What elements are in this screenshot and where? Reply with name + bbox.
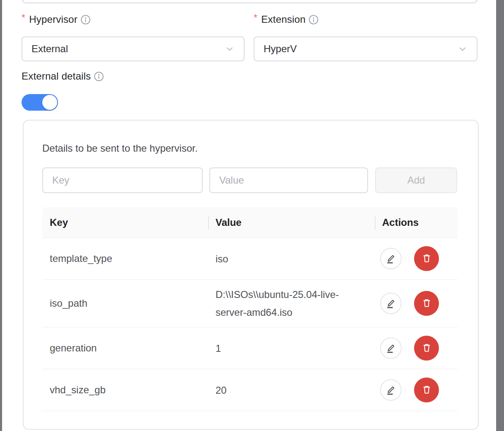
external-details-panel: Details to be sent to the hypervisor. Ad… xyxy=(23,120,479,430)
edit-button[interactable] xyxy=(380,248,402,269)
hypervisor-label: * Hypervisor xyxy=(22,14,91,25)
row-value: D:\\ISOs\\ubuntu-25.04-live-server-amd64… xyxy=(208,280,354,327)
table-row: vhd_size_gb 20 xyxy=(42,369,458,411)
extension-select-value: HyperV xyxy=(264,43,297,55)
row-value: 20 xyxy=(208,375,354,405)
chevron-down-icon xyxy=(458,44,468,54)
edit-button[interactable] xyxy=(380,337,402,359)
trash-icon xyxy=(421,343,432,354)
edit-pencil-icon xyxy=(385,343,397,354)
details-table: Key Value Actions template_type iso xyxy=(42,207,458,411)
key-input[interactable] xyxy=(42,167,203,193)
row-key: iso_path xyxy=(42,298,208,309)
header-key: Key xyxy=(42,207,208,237)
delete-button[interactable] xyxy=(414,246,439,271)
edit-pencil-icon xyxy=(385,298,397,309)
left-edge-bar xyxy=(0,0,2,431)
info-icon[interactable] xyxy=(80,15,91,25)
row-key: template_type xyxy=(42,253,208,264)
external-details-toggle[interactable] xyxy=(22,94,58,111)
edit-button[interactable] xyxy=(380,379,402,401)
row-key: generation xyxy=(42,342,208,354)
extension-label-text: Extension xyxy=(261,14,305,25)
delete-button[interactable] xyxy=(414,336,439,361)
edit-button[interactable] xyxy=(380,293,402,314)
trash-icon xyxy=(421,385,432,396)
required-asterisk: * xyxy=(254,12,257,24)
extension-select[interactable]: HyperV xyxy=(254,36,477,61)
table-header-row: Key Value Actions xyxy=(42,207,458,238)
row-actions xyxy=(375,291,458,316)
row-value: iso xyxy=(208,244,354,274)
header-value: Value xyxy=(208,207,375,237)
toggle-knob xyxy=(42,95,57,110)
external-details-label-text: External details xyxy=(22,70,91,82)
delete-button[interactable] xyxy=(414,378,439,402)
value-input[interactable] xyxy=(209,167,368,193)
row-actions xyxy=(375,246,458,271)
row-actions xyxy=(375,336,458,361)
external-details-label: External details xyxy=(22,70,104,82)
row-key: vhd_size_gb xyxy=(42,384,208,396)
top-field-cut-off[interactable] xyxy=(22,0,477,3)
table-row: iso_path D:\\ISOs\\ubuntu-25.04-live-ser… xyxy=(42,280,458,327)
add-button[interactable]: Add xyxy=(375,167,457,193)
info-icon[interactable] xyxy=(308,15,319,25)
edit-pencil-icon xyxy=(385,385,397,396)
info-icon[interactable] xyxy=(94,71,104,82)
hypervisor-label-text: Hypervisor xyxy=(29,14,78,25)
row-actions xyxy=(375,378,458,402)
trash-icon xyxy=(421,253,432,264)
panel-description: Details to be sent to the hypervisor. xyxy=(42,143,198,154)
row-value: 1 xyxy=(208,334,354,363)
right-edge-bar xyxy=(496,0,504,431)
required-asterisk: * xyxy=(22,12,25,24)
chevron-down-icon xyxy=(225,44,235,54)
delete-button[interactable] xyxy=(414,291,439,316)
trash-icon xyxy=(421,298,432,309)
extension-label: * Extension xyxy=(254,14,319,25)
hypervisor-select-value: External xyxy=(32,43,68,55)
table-row: generation 1 xyxy=(42,327,458,369)
table-row: template_type iso xyxy=(42,238,458,280)
header-actions: Actions xyxy=(375,207,458,237)
edit-pencil-icon xyxy=(385,253,397,264)
hypervisor-select[interactable]: External xyxy=(22,36,245,61)
